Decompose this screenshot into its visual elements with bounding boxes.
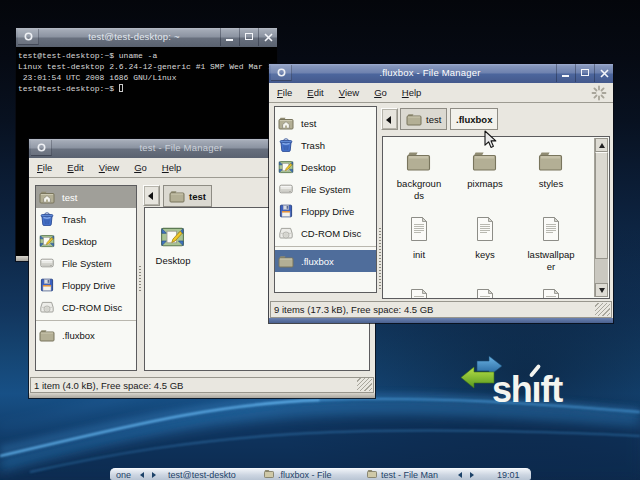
svg-text:shıft: shıft <box>492 369 563 406</box>
